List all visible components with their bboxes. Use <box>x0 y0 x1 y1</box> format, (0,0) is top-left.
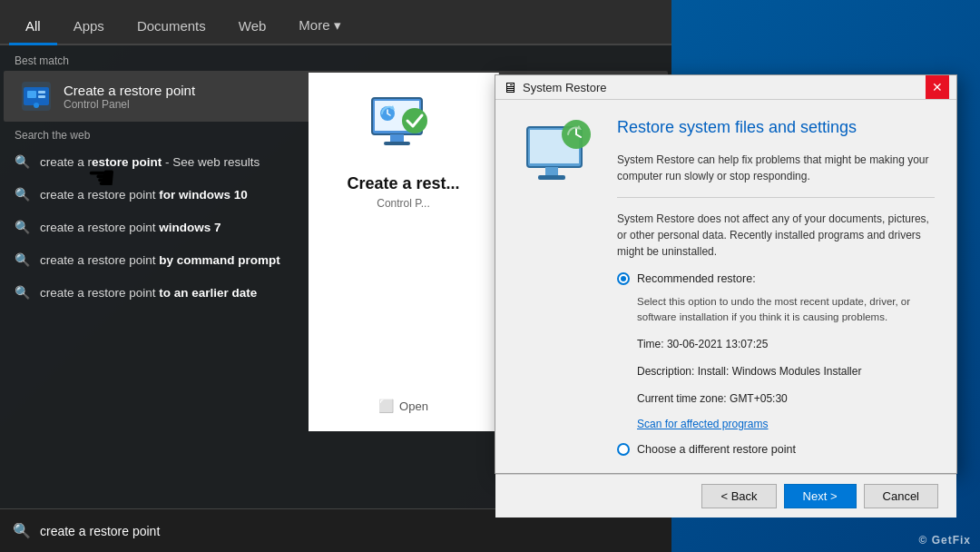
back-button[interactable]: < Back <box>701 484 776 508</box>
dialog-titlebar: 🖥 System Restore ✕ <box>495 75 956 100</box>
svg-rect-3 <box>38 91 45 94</box>
preview-subtitle: Control P... <box>377 197 429 210</box>
dialog-right-panel: Restore system files and settings System… <box>617 118 935 456</box>
dialog-heading: Restore system files and settings <box>617 118 935 137</box>
dialog-desc2: System Restore does not affect any of yo… <box>617 211 935 260</box>
search-icon-1: 🔍 <box>13 185 31 203</box>
dialog-close-button[interactable]: ✕ <box>926 75 949 99</box>
tab-all[interactable]: All <box>9 11 57 45</box>
open-button[interactable]: ⬜ Open <box>378 399 428 413</box>
svg-rect-4 <box>38 95 45 98</box>
restore-time: Time: 30-06-2021 13:07:25 <box>637 335 935 353</box>
control-panel-icon <box>20 80 53 113</box>
svg-rect-2 <box>27 91 36 98</box>
search-icon-0: 🔍 <box>13 153 31 171</box>
tab-documents[interactable]: Documents <box>121 11 222 45</box>
search-bar-icon: 🔍 <box>13 522 31 539</box>
svg-rect-10 <box>384 142 410 145</box>
search-icon-4: 🔍 <box>13 283 31 301</box>
open-icon: ⬜ <box>378 399 394 413</box>
best-match-text: Create a restore point Control Panel <box>64 83 195 111</box>
tab-web[interactable]: Web <box>222 11 283 45</box>
radio-recommended-label: Recommended restore: <box>637 272 756 285</box>
dialog-desc1: System Restore can help fix problems tha… <box>617 152 935 184</box>
cancel-button[interactable]: Cancel <box>864 484 938 508</box>
dialog-title-text: System Restore <box>523 81 920 94</box>
radio-recommended[interactable]: Recommended restore: <box>617 272 935 285</box>
svg-rect-16 <box>538 175 565 180</box>
dialog-footer: < Back Next > Cancel <box>495 474 956 518</box>
svg-point-8 <box>402 108 427 133</box>
radio-different[interactable]: Choose a different restore point <box>617 443 935 456</box>
search-icon-2: 🔍 <box>13 218 31 236</box>
watermark: © GetFix <box>918 534 971 547</box>
scan-link[interactable]: Scan for affected programs <box>637 418 935 430</box>
dialog-title-icon: 🖥 <box>503 80 517 94</box>
tab-more[interactable]: More ▾ <box>282 10 357 45</box>
best-match-label: Best match <box>0 45 671 71</box>
search-icon-3: 🔍 <box>13 251 31 269</box>
radio-recommended-sublabel: Select this option to undo the most rece… <box>637 294 935 326</box>
radio-different-circle[interactable] <box>617 443 630 456</box>
svg-rect-15 <box>545 167 558 175</box>
preview-title: Create a rest... <box>347 174 459 193</box>
next-button[interactable]: Next > <box>784 484 857 508</box>
dialog-left-panel <box>517 118 599 456</box>
svg-point-5 <box>34 103 39 108</box>
radio-different-label: Choose a different restore point <box>637 443 796 456</box>
radio-recommended-circle[interactable] <box>617 272 630 285</box>
preview-icon <box>368 91 440 163</box>
dialog-body: Restore system files and settings System… <box>495 100 956 474</box>
restore-desc: Description: Install: Windows Modules In… <box>637 362 935 380</box>
svg-rect-9 <box>390 134 404 142</box>
system-restore-dialog: 🖥 System Restore ✕ Restore system files … <box>495 74 957 474</box>
search-input[interactable] <box>40 524 659 538</box>
tabs-row: All Apps Documents Web More ▾ <box>0 0 671 45</box>
preview-panel: Create a rest... Control P... ⬜ Open <box>309 73 499 431</box>
tab-apps[interactable]: Apps <box>57 11 121 45</box>
restore-timezone: Current time zone: GMT+05:30 <box>637 389 935 408</box>
